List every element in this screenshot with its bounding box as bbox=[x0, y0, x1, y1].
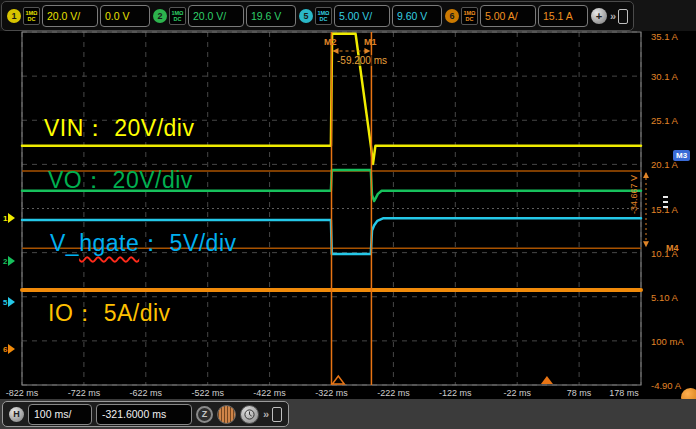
marker-arrow-icon bbox=[8, 256, 15, 266]
trigger-marker-solid[interactable] bbox=[541, 376, 553, 384]
x-axis-label: 178 ms bbox=[609, 388, 639, 398]
x-axis-label: -22 ms bbox=[503, 388, 531, 398]
cursor-m2-label[interactable]: M2 bbox=[324, 37, 337, 47]
marker-label: 6 bbox=[3, 345, 7, 354]
y-axis-label: 25.1 A bbox=[651, 115, 678, 126]
delta-time-readout: -59.200 ms bbox=[335, 55, 389, 66]
cursor-m1-label[interactable]: M1 bbox=[364, 37, 377, 47]
channel-1-ground-marker[interactable]: 1 bbox=[3, 213, 15, 223]
bottom-bar: H 100 ms/ -321.6000 ms Z » bbox=[0, 399, 696, 429]
x-axis-label: -522 ms bbox=[191, 388, 224, 398]
marker-arrow-icon bbox=[8, 344, 15, 354]
acquisition-mode-button[interactable] bbox=[217, 405, 236, 424]
arrowhead-up-icon bbox=[643, 172, 649, 178]
y-axis-label: 35.1 A bbox=[651, 31, 678, 42]
vhgate-annotation: V_hgate： 5V/div bbox=[50, 228, 237, 259]
cursor-m4-label[interactable]: M4 bbox=[666, 243, 679, 253]
clock-icon bbox=[244, 409, 255, 420]
x-axis-label: -422 ms bbox=[253, 388, 286, 398]
y-axis-label: 30.1 A bbox=[651, 71, 678, 82]
x-axis-label: 78 ms bbox=[567, 388, 592, 398]
y-axis-label: -4.90 A bbox=[651, 380, 681, 391]
arrowhead-down-icon bbox=[643, 241, 649, 247]
x-axis-label: -822 ms bbox=[6, 388, 39, 398]
trigger-marker-hollow[interactable] bbox=[332, 376, 344, 384]
arrowhead-right-icon bbox=[364, 48, 370, 54]
marker-label: 2 bbox=[3, 257, 7, 266]
horizontal-menu-button[interactable]: H bbox=[9, 407, 24, 422]
zoom-search-button[interactable]: Z bbox=[196, 406, 213, 423]
oscilloscope-screen: 1 1MΩ DC 20.0 V/ 0.0 V 2 1MΩ DC 20.0 V/ … bbox=[0, 0, 696, 429]
expand-chevrons-icon[interactable]: » bbox=[263, 408, 268, 420]
marker-label: 1 bbox=[3, 214, 7, 223]
channel-2-ground-marker[interactable]: 2 bbox=[3, 256, 15, 266]
channel-5-ground-marker[interactable]: 5 bbox=[3, 297, 15, 307]
vo-annotation: VO： 20V/div bbox=[48, 165, 193, 196]
clock-button[interactable] bbox=[240, 405, 259, 424]
timebase-panel: H 100 ms/ -321.6000 ms Z » bbox=[2, 401, 289, 427]
channel-6-ground-marker[interactable]: 6 bbox=[3, 344, 15, 354]
vhgate-word: hgate bbox=[79, 230, 139, 256]
marker-label: 5 bbox=[3, 298, 7, 307]
sidebar-toggle-icon[interactable] bbox=[272, 407, 282, 422]
y-axis-label: 5.10 A bbox=[651, 291, 678, 302]
y-axis-label: 100 mA bbox=[651, 335, 684, 346]
timebase-field[interactable]: 100 ms/ bbox=[28, 404, 92, 425]
delay-field[interactable]: -321.6000 ms bbox=[96, 404, 192, 425]
x-axis-label: -322 ms bbox=[315, 388, 348, 398]
marker-arrow-icon bbox=[8, 297, 15, 307]
x-axis-label: -222 ms bbox=[377, 388, 410, 398]
cursor-m3-badge[interactable]: M3 bbox=[673, 150, 690, 161]
delta-value-readout: -34.667 V bbox=[629, 175, 639, 214]
x-axis-label: -622 ms bbox=[130, 388, 163, 398]
marker-arrow-icon bbox=[8, 213, 15, 223]
scale-drag-handle[interactable] bbox=[663, 196, 668, 210]
io-annotation: IO： 5A/div bbox=[48, 298, 171, 329]
arrowhead-left-icon bbox=[333, 48, 339, 54]
vin-annotation: VIN： 20V/div bbox=[44, 113, 194, 144]
vhgate-rest: ： 5V/div bbox=[139, 230, 236, 256]
vhgate-prefix: V_ bbox=[50, 230, 79, 256]
x-axis-label: -122 ms bbox=[439, 388, 472, 398]
x-axis-label: -722 ms bbox=[68, 388, 101, 398]
